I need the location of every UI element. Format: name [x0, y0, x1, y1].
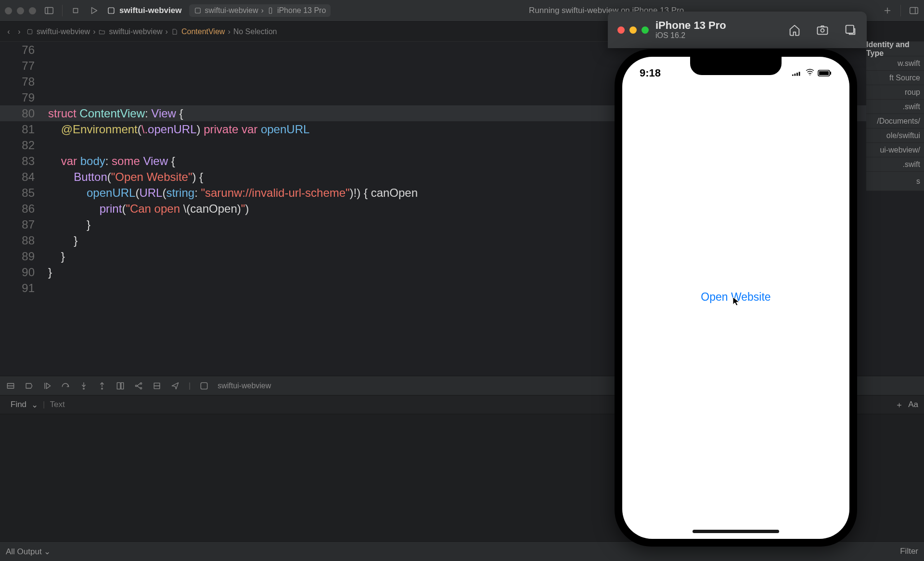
svg-marker-14 [26, 383, 32, 388]
memory-graph-icon[interactable] [134, 381, 143, 391]
toolbar-separator [62, 5, 63, 16]
svg-rect-43 [799, 72, 800, 76]
project-icon [26, 28, 34, 36]
chevron-right-icon: › [93, 27, 95, 36]
iphone-screen[interactable]: 9:18 Open Website [622, 57, 849, 539]
device-icon [267, 7, 274, 14]
window-traffic-lights[interactable] [5, 7, 36, 14]
line-number: 91 [0, 280, 42, 296]
status-time: 9:18 [640, 67, 661, 79]
svg-rect-21 [117, 382, 120, 389]
crumb[interactable]: swiftui-webview [109, 27, 162, 36]
svg-rect-4 [108, 8, 114, 13]
view-debug-icon[interactable] [116, 381, 125, 391]
line-number: 86 [0, 201, 42, 217]
project-name: swiftui-webview [119, 6, 181, 15]
scheme-selector[interactable]: swiftui-webview › iPhone 13 Pro [189, 4, 331, 17]
wifi-icon [805, 67, 815, 79]
find-mode-label[interactable]: Find [11, 400, 26, 409]
line-number: 79 [0, 89, 42, 105]
mouse-cursor-icon [732, 297, 740, 308]
crumb[interactable]: ContentView [181, 27, 225, 36]
stop-button[interactable] [70, 5, 81, 16]
output-selector[interactable]: All Output ⌄ [6, 547, 51, 557]
step-into-icon[interactable] [79, 381, 89, 391]
simulator-window[interactable]: iPhone 13 Pro iOS 16.2 [608, 12, 867, 48]
add-filter-icon[interactable]: ＋ [895, 399, 903, 410]
chevron-down-icon[interactable]: ⌄ [31, 400, 38, 410]
window-traffic-lights[interactable] [617, 26, 649, 34]
history-forward-icon[interactable]: › [15, 28, 23, 36]
svg-line-26 [137, 383, 141, 386]
location-icon[interactable] [170, 381, 180, 391]
status-bar: 9:18 [622, 64, 849, 83]
line-number: 88 [0, 232, 42, 248]
svg-point-20 [102, 388, 103, 389]
line-number: 78 [0, 74, 42, 89]
library-button[interactable] [882, 5, 893, 16]
svg-marker-30 [172, 382, 178, 389]
project-selector[interactable]: swiftui-webview [107, 6, 181, 15]
inspector-row[interactable]: roup [866, 85, 924, 100]
run-button[interactable] [89, 5, 99, 16]
svg-rect-6 [269, 8, 271, 13]
line-number: 77 [0, 58, 42, 74]
svg-rect-31 [201, 382, 207, 389]
line-number: 80 [0, 105, 42, 121]
line-number: 87 [0, 217, 42, 232]
svg-rect-5 [195, 8, 201, 13]
step-out-icon[interactable] [97, 381, 107, 391]
home-icon[interactable] [788, 23, 801, 37]
screenshot-icon[interactable] [816, 23, 829, 37]
app-icon [194, 7, 202, 14]
breakpoints-icon[interactable] [24, 381, 34, 391]
case-sensitive-toggle[interactable]: Aa [908, 400, 918, 409]
chevron-right-icon: › [261, 6, 264, 15]
inspector-row: w.swift [866, 56, 924, 71]
inspector-toggle-icon[interactable] [909, 5, 919, 16]
crumb[interactable]: swiftui-webview [37, 27, 90, 36]
inspector-row[interactable]: .swift [866, 157, 924, 172]
iphone-device-frame: 9:18 Open Website [615, 49, 857, 547]
svg-rect-42 [796, 73, 798, 76]
svg-rect-41 [795, 74, 796, 76]
svg-rect-0 [45, 8, 53, 14]
folder-icon [98, 28, 106, 36]
simulator-subtitle: iOS 16.2 [655, 31, 726, 40]
inspector-row: /Documents/ [866, 114, 924, 128]
svg-rect-11 [27, 29, 32, 34]
external-display-icon[interactable] [844, 23, 857, 37]
line-number-gutter: 76777879808182838485868788899091 [0, 42, 42, 296]
hide-debug-icon[interactable] [6, 381, 15, 391]
swift-file-icon [171, 28, 179, 36]
separator: | [43, 400, 45, 409]
svg-rect-46 [819, 71, 829, 75]
svg-rect-2 [73, 8, 77, 13]
line-number: 83 [0, 153, 42, 169]
svg-rect-9 [910, 8, 918, 14]
home-indicator[interactable] [693, 530, 779, 533]
line-number: 85 [0, 185, 42, 201]
inspector-row[interactable]: ft Source [866, 71, 924, 85]
line-number: 90 [0, 264, 42, 280]
app-icon [107, 6, 116, 15]
history-back-icon[interactable]: ‹ [5, 28, 13, 36]
svg-marker-16 [46, 383, 50, 389]
crumb[interactable]: No Selection [233, 27, 277, 36]
debug-target-name[interactable]: swiftui-webview [218, 382, 271, 390]
step-over-icon[interactable] [61, 381, 70, 391]
battery-icon [818, 67, 832, 79]
svg-point-18 [83, 388, 85, 389]
environment-icon[interactable] [152, 381, 162, 391]
cellular-icon [792, 67, 802, 79]
separator: | [189, 382, 191, 390]
inspector-row: s [866, 172, 924, 191]
filter-label[interactable]: Filter [900, 547, 918, 556]
inspector-row: ole/swiftui [866, 128, 924, 143]
line-number: 89 [0, 248, 42, 264]
sidebar-toggle-icon[interactable] [44, 5, 54, 16]
line-number: 84 [0, 169, 42, 185]
continue-icon[interactable] [42, 381, 52, 391]
svg-point-44 [809, 75, 810, 76]
svg-point-38 [821, 29, 824, 32]
